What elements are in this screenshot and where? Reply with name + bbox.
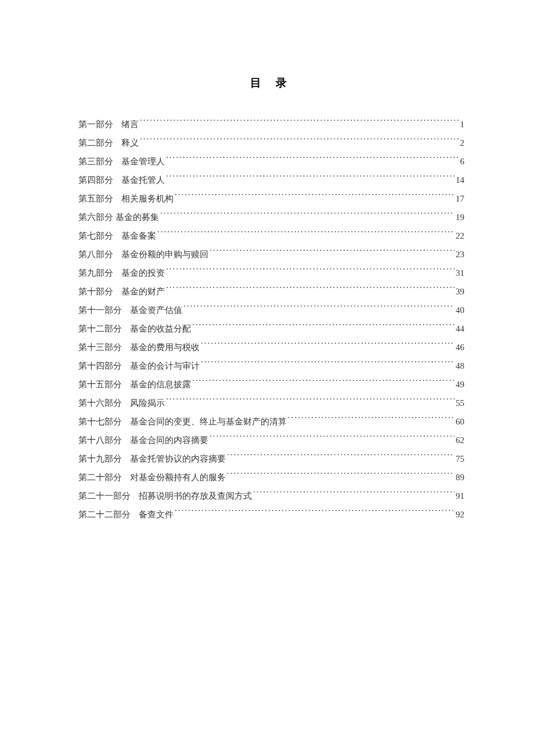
- toc-part-label: 第四部分: [78, 171, 113, 189]
- toc-page-number: 44: [456, 319, 464, 338]
- toc-page-number: 55: [456, 394, 464, 412]
- toc-row: 第二十部分对基金份额持有人的服务89: [78, 468, 464, 487]
- document-page: 目 录 第一部分绪言1第二部分释义2第三部分基金管理人6第四部分基金托管人14第…: [0, 0, 534, 524]
- toc-part-label: 第二部分: [78, 134, 113, 152]
- toc-leader-dots: [140, 118, 459, 127]
- toc-row: 第五部分相关服务机构17: [78, 189, 464, 208]
- toc-chapter-title: 基金合同的变更、终止与基金财产的清算: [130, 412, 287, 431]
- toc-row: 第二十二部分备查文件92: [78, 505, 464, 524]
- toc-row: 第十四部分基金的会计与审计48: [78, 357, 464, 375]
- toc-page-number: 19: [456, 208, 464, 226]
- toc-part-label: 第二十二部分: [78, 505, 131, 524]
- toc-part-label: 第十七部分: [78, 412, 122, 431]
- toc-part-label: 第九部分: [78, 264, 113, 282]
- toc-part-label: 第十八部分: [78, 431, 122, 449]
- toc-chapter-title: 风险揭示: [130, 394, 165, 412]
- toc-chapter-title: 基金备案: [121, 226, 156, 245]
- toc-leader-dots: [160, 211, 454, 220]
- toc-part-label: 第一部分: [78, 115, 113, 134]
- toc-row: 第四部分基金托管人14: [78, 171, 464, 189]
- toc-leader-dots: [140, 137, 459, 146]
- toc-chapter-title: 基金资产估值: [130, 301, 182, 319]
- toc-chapter-title: 基金托管人: [121, 171, 165, 189]
- toc-part-label: 第六部分: [78, 208, 113, 226]
- toc-part-label: 第三部分: [78, 152, 113, 171]
- toc-page-number: 6: [460, 152, 465, 171]
- toc-leader-dots: [201, 341, 454, 350]
- toc-leader-dots: [166, 174, 454, 183]
- toc-row: 第十一部分基金资产估值40: [78, 301, 464, 319]
- toc-row: 第六部分基金的募集19: [78, 208, 464, 226]
- toc-page-number: 22: [456, 226, 464, 245]
- toc-leader-dots: [210, 249, 454, 257]
- toc-leader-dots: [166, 156, 459, 164]
- toc-row: 第二部分释义2: [78, 134, 464, 152]
- toc-chapter-title: 招募说明书的存放及查阅方式: [139, 487, 252, 505]
- toc-page-number: 14: [456, 171, 464, 189]
- toc-leader-dots: [175, 193, 454, 201]
- toc-leader-dots: [166, 267, 454, 276]
- toc-leader-dots: [253, 490, 454, 499]
- toc-page-number: 23: [456, 245, 464, 264]
- toc-chapter-title: 基金的收益分配: [130, 319, 191, 338]
- toc-part-label: 第二十部分: [78, 468, 122, 487]
- toc-chapter-title: 基金管理人: [121, 152, 165, 171]
- toc-row: 第十六部分风险揭示55: [78, 394, 464, 412]
- toc-leader-dots: [157, 230, 454, 239]
- toc-page-number: 92: [456, 505, 464, 524]
- toc-chapter-title: 基金的费用与税收: [130, 338, 200, 357]
- toc-page-number: 48: [456, 357, 464, 375]
- toc-page-number: 40: [456, 301, 464, 319]
- toc-leader-dots: [166, 397, 454, 406]
- toc-part-label: 第十三部分: [78, 338, 122, 357]
- toc-row: 第二十一部分招募说明书的存放及查阅方式91: [78, 487, 464, 505]
- toc-leader-dots: [192, 379, 454, 387]
- toc-part-label: 第七部分: [78, 226, 113, 245]
- toc-leader-dots: [227, 453, 454, 462]
- toc-chapter-title: 基金的投资: [121, 264, 165, 282]
- toc-leader-dots: [227, 471, 454, 480]
- toc-part-label: 第十九部分: [78, 449, 122, 468]
- toc-leader-dots: [183, 304, 454, 313]
- toc-page-number: 39: [456, 282, 464, 301]
- toc-chapter-title: 释义: [121, 134, 139, 152]
- toc-page-number: 62: [456, 431, 464, 449]
- toc-chapter-title: 基金的募集: [116, 208, 159, 226]
- toc-page-number: 49: [456, 375, 464, 394]
- toc-chapter-title: 基金的财产: [121, 282, 165, 301]
- toc-chapter-title: 基金份额的申购与赎回: [121, 245, 208, 264]
- toc-page-number: 17: [456, 189, 464, 208]
- toc-page-number: 1: [460, 115, 465, 134]
- toc-leader-dots: [192, 323, 454, 332]
- toc-leader-dots: [210, 434, 454, 443]
- toc-page-number: 89: [456, 468, 464, 487]
- toc-row: 第十部分基金的财产39: [78, 282, 464, 301]
- toc-leader-dots: [201, 360, 454, 369]
- toc-part-label: 第十二部分: [78, 319, 122, 338]
- toc-row: 第一部分绪言1: [78, 115, 464, 134]
- toc-leader-dots: [288, 416, 454, 424]
- toc-part-label: 第二十一部分: [78, 487, 131, 505]
- toc-part-label: 第五部分: [78, 189, 113, 208]
- toc-chapter-title: 相关服务机构: [121, 189, 174, 208]
- toc-part-label: 第八部分: [78, 245, 113, 264]
- toc-page-number: 60: [456, 412, 464, 431]
- toc-row: 第十八部分基金合同的内容摘要62: [78, 431, 464, 449]
- toc-page-number: 91: [456, 487, 464, 505]
- toc-row: 第十七部分基金合同的变更、终止与基金财产的清算60: [78, 412, 464, 431]
- toc-page-number: 46: [456, 338, 464, 357]
- toc-chapter-title: 备查文件: [139, 505, 174, 524]
- toc-part-label: 第十五部分: [78, 375, 122, 394]
- toc-row: 第十五部分基金的信息披露49: [78, 375, 464, 394]
- toc-part-label: 第十六部分: [78, 394, 122, 412]
- toc-chapter-title: 绪言: [121, 115, 139, 134]
- toc-chapter-title: 基金的会计与审计: [130, 357, 200, 375]
- toc-part-label: 第十部分: [78, 282, 113, 301]
- toc-row: 第十九部分基金托管协议的内容摘要75: [78, 449, 464, 468]
- toc-page-number: 31: [456, 264, 464, 282]
- toc-row: 第九部分基金的投资31: [78, 264, 464, 282]
- toc-row: 第八部分基金份额的申购与赎回23: [78, 245, 464, 264]
- toc-page-number: 2: [460, 134, 465, 152]
- toc-page-number: 75: [456, 449, 464, 468]
- toc-row: 第十三部分基金的费用与税收46: [78, 338, 464, 357]
